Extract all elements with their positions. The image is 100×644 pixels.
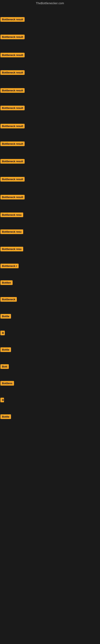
bottleneck-badge-wrapper: Bottleneck result bbox=[0, 34, 25, 40]
bottleneck-badge-wrapper: Bottleneck result bbox=[0, 88, 25, 94]
bottleneck-badge[interactable]: Bottlen bbox=[0, 280, 13, 285]
bottleneck-badge-wrapper: Bottleneck result bbox=[0, 70, 25, 76]
bottleneck-badge-wrapper: Bottleneck result bbox=[0, 195, 25, 200]
bottleneck-badge[interactable]: Bottleneck result bbox=[0, 70, 25, 75]
badges-container: Bottleneck resultBottleneck resultBottle… bbox=[0, 6, 100, 644]
bottleneck-badge[interactable]: Bottleneck result bbox=[0, 88, 25, 93]
bottleneck-badge[interactable]: Bottleneck result bbox=[0, 159, 25, 164]
bottleneck-badge[interactable]: Bottleneck resu bbox=[0, 212, 23, 217]
bottleneck-badge[interactable]: B bbox=[0, 398, 4, 402]
bottleneck-badge-wrapper: Bott bbox=[0, 364, 9, 370]
bottleneck-badge[interactable]: B bbox=[0, 331, 5, 335]
bottleneck-badge[interactable]: Bottleneck bbox=[0, 297, 17, 302]
bottleneck-badge[interactable]: Bottleneck result bbox=[0, 124, 25, 128]
bottleneck-badge-wrapper: Bottleneck result bbox=[0, 159, 25, 164]
bottleneck-badge[interactable]: Bott bbox=[0, 364, 9, 369]
bottleneck-badge[interactable]: Bottleneck result bbox=[0, 106, 25, 110]
bottleneck-badge-wrapper: Bottle bbox=[0, 414, 11, 420]
bottleneck-badge-wrapper: Bottleneck resu bbox=[0, 247, 23, 252]
bottleneck-badge-wrapper: Bottleneck result bbox=[0, 106, 25, 111]
bottleneck-badge[interactable]: Bottleneck resu bbox=[0, 230, 23, 234]
bottleneck-badge-wrapper: Bottle bbox=[0, 314, 11, 320]
bottleneck-badge[interactable]: Bottleneck result bbox=[0, 53, 25, 57]
bottleneck-badge-wrapper: Bottleneck resu bbox=[0, 212, 23, 218]
site-title: TheBottlenecker.com bbox=[0, 0, 100, 6]
bottleneck-badge-wrapper: Bottlens bbox=[0, 381, 14, 386]
bottleneck-badge[interactable]: Bottleneck r bbox=[0, 264, 19, 268]
bottleneck-badge[interactable]: Bottleneck result bbox=[0, 177, 25, 182]
bottleneck-badge-wrapper: Bottleneck resu bbox=[0, 230, 23, 235]
bottleneck-badge-wrapper: Bottleneck result bbox=[0, 17, 25, 22]
bottleneck-badge[interactable]: Bottleneck resu bbox=[0, 247, 23, 251]
bottleneck-badge[interactable]: Bottle bbox=[0, 347, 11, 352]
bottleneck-badge-wrapper: Bottleneck result bbox=[0, 124, 25, 129]
bottleneck-badge-wrapper: Bottleneck result bbox=[0, 142, 25, 147]
bottleneck-badge-wrapper: Bottleneck r bbox=[0, 264, 19, 269]
bottleneck-badge[interactable]: Bottleneck result bbox=[0, 17, 25, 22]
bottleneck-badge-wrapper: B bbox=[0, 331, 5, 336]
bottleneck-badge[interactable]: Bottleneck result bbox=[0, 195, 25, 200]
bottleneck-badge[interactable]: Bottlens bbox=[0, 381, 14, 386]
bottleneck-badge[interactable]: Bottleneck result bbox=[0, 142, 25, 146]
bottleneck-badge-wrapper: Bottleneck bbox=[0, 297, 17, 302]
bottleneck-badge-wrapper: B bbox=[0, 398, 4, 403]
site-header: TheBottlenecker.com bbox=[0, 0, 100, 6]
bottleneck-badge[interactable]: Bottle bbox=[0, 414, 11, 419]
bottleneck-badge-wrapper: Bottlen bbox=[0, 280, 13, 286]
bottleneck-badge-wrapper: Bottleneck result bbox=[0, 53, 25, 58]
bottleneck-badge-wrapper: Bottleneck result bbox=[0, 177, 25, 182]
bottleneck-badge[interactable]: Bottle bbox=[0, 314, 11, 318]
bottleneck-badge[interactable]: Bottleneck result bbox=[0, 34, 25, 39]
bottleneck-badge-wrapper: Bottle bbox=[0, 347, 11, 353]
